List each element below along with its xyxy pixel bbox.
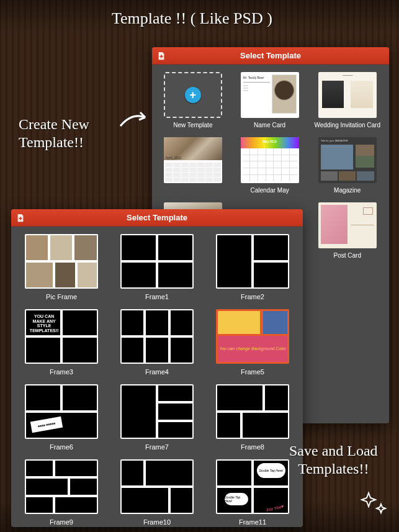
panel-header: Select Template: [11, 209, 303, 227]
template-thumb: YOU CAN MAKE ANY STYLE TEMPLATES!!: [25, 309, 98, 364]
template-calendar-may[interactable]: May 2012 Calendar May: [238, 137, 302, 194]
template-magazine[interactable]: Title for your MAGAZINE Magazine: [314, 137, 380, 194]
template-frame7[interactable]: Frame7: [115, 384, 199, 451]
template-frame1[interactable]: Frame1: [115, 234, 199, 300]
template-frame5[interactable]: You can change Background Color Frame5: [211, 309, 294, 376]
template-label: Frame6: [50, 443, 73, 451]
template-label: Wedding Invitation Card: [314, 122, 380, 128]
template-frame6[interactable]: ■■■■ ■■■■■ Frame6: [20, 384, 103, 451]
annotation-title: Template !! ( Like PSD ): [112, 9, 272, 28]
template-wedding[interactable]: ━━━━━━━━ Wedding Invitation Card: [314, 72, 380, 128]
doc-plus-icon[interactable]: [16, 214, 25, 222]
template-postcard[interactable]: Post Card: [314, 202, 380, 259]
template-thumb: [120, 234, 194, 289]
template-label: Name Card: [254, 122, 285, 128]
template-pic-frame[interactable]: Pic Frame: [20, 234, 103, 300]
template-thumb: May 2012: [241, 137, 299, 183]
template-frame8[interactable]: Frame8: [211, 384, 294, 451]
template-frame2[interactable]: Frame2: [211, 234, 294, 300]
template-frame10[interactable]: Frame10: [115, 459, 199, 526]
template-thumb: Mr. Teddy Bear ━━━━━━━━━━━━: [241, 72, 299, 118]
template-label: Calendar May: [250, 187, 289, 194]
template-name-card[interactable]: Mr. Teddy Bear ━━━━━━━━━━━━ Name Card: [238, 72, 302, 128]
template-thumb: ■■■■ ■■■■■: [25, 384, 98, 439]
template-label: Frame3: [50, 368, 73, 376]
template-frame11[interactable]: Double Tap Here! Double Tap Here! For Yo…: [211, 459, 294, 526]
template-label: Post Card: [333, 252, 361, 259]
new-template-thumb[interactable]: +: [164, 72, 222, 118]
plus-icon: +: [185, 87, 201, 103]
arrow-icon: [118, 109, 153, 131]
panel-header: Select Template: [152, 47, 389, 65]
template-thumb: [216, 384, 289, 439]
template-grid: Pic Frame Frame1 Frame2: [11, 227, 303, 527]
template-label: Frame9: [50, 518, 73, 526]
template-label: Frame4: [145, 368, 169, 376]
sparkle-icon: [360, 488, 390, 518]
template-thumb: [25, 459, 98, 514]
template-thumb: Double Tap Here! Double Tap Here! For Yo…: [216, 459, 289, 514]
template-label: New Template: [173, 122, 212, 128]
template-label: Frame1: [145, 293, 169, 300]
panel-title: Select Template: [127, 213, 187, 222]
template-thumb: [318, 202, 377, 248]
template-frame9[interactable]: Frame9: [20, 459, 103, 526]
template-thumb: You can change Background Color: [216, 309, 289, 364]
template-frame3[interactable]: YOU CAN MAKE ANY STYLE TEMPLATES!! Frame…: [20, 309, 103, 376]
template-label: Frame2: [241, 293, 264, 300]
template-thumb: [120, 459, 194, 514]
panel-select-template-front: Select Template Pic Frame Frame1: [11, 209, 303, 527]
template-thumb: [216, 234, 289, 289]
template-new[interactable]: + New Template: [161, 72, 225, 128]
template-label: Frame8: [241, 443, 264, 451]
template-frame4[interactable]: Frame4: [115, 309, 199, 376]
overlay-text: YOU CAN MAKE ANY STYLE TEMPLATES!!: [27, 314, 61, 333]
template-label: Pic Frame: [46, 293, 77, 300]
template-label: Frame5: [241, 368, 264, 376]
template-thumb: [120, 309, 194, 364]
template-thumb: April , 2012: [164, 137, 222, 183]
template-thumb: [25, 234, 98, 289]
template-label: Magazine: [334, 187, 361, 194]
template-label: Frame10: [143, 518, 171, 526]
template-thumb: [120, 384, 194, 439]
template-thumb: ━━━━━━━━: [318, 72, 377, 118]
template-label: Frame11: [239, 518, 266, 526]
template-calendar-april[interactable]: April , 2012: [161, 137, 225, 194]
overlay-text: You can change Background Color: [219, 346, 286, 351]
template-label: Frame7: [145, 443, 169, 451]
panel-title: Select Template: [240, 51, 301, 60]
doc-plus-icon[interactable]: [157, 52, 166, 60]
template-thumb: Title for your MAGAZINE: [318, 137, 377, 183]
annotation-create-new: Create New Template!!: [19, 115, 89, 151]
